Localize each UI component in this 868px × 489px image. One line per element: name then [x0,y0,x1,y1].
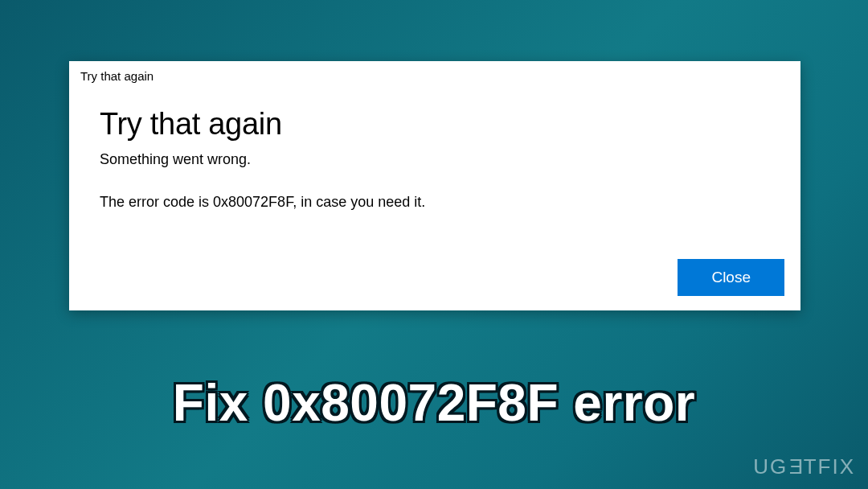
dialog-error-text: The error code is 0x80072F8F, in case yo… [100,194,770,211]
dialog-footer: Close [678,259,784,296]
image-caption: Fix 0x80072F8F error [173,373,695,433]
close-button[interactable]: Close [678,259,784,296]
dialog-titlebar: Try that again [69,61,800,88]
dialog-content: Try that again Something went wrong. The… [69,88,800,211]
dialog-subtext: Something went wrong. [100,151,770,168]
error-dialog: Try that again Try that again Something … [69,61,800,310]
dialog-heading: Try that again [100,107,770,142]
watermark: UGETFIX [753,454,855,479]
